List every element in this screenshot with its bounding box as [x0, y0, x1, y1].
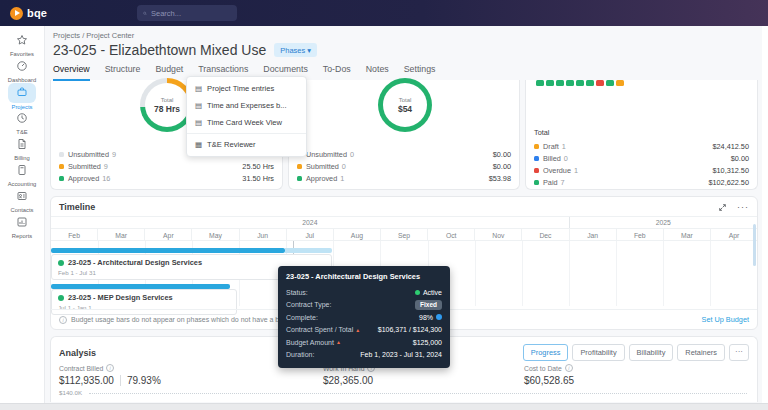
tab-notes[interactable]: Notes: [366, 64, 389, 81]
timeline-month: Jun: [239, 229, 286, 240]
legend-value: $0.00: [493, 150, 511, 159]
bqe-logo[interactable]: bqe: [10, 7, 47, 20]
timeline-month: Nov: [474, 229, 521, 240]
tab-settings[interactable]: Settings: [404, 64, 436, 81]
contract-billed-percent: 79.93%: [120, 375, 161, 386]
analysis-button-profitability[interactable]: Profitability: [572, 344, 624, 361]
contract-type-badge: Fixed: [415, 300, 442, 310]
timeline-month: May: [191, 229, 238, 240]
legend-dot: [534, 168, 539, 173]
legend-label: Approved: [68, 174, 99, 183]
analysis-button-billability[interactable]: Billability: [629, 344, 674, 361]
invoice-square[interactable]: [606, 80, 614, 86]
sidebar-item-projects[interactable]: Projects: [1, 84, 44, 109]
sidebar-item-accounting[interactable]: Accounting: [1, 162, 44, 187]
invoice-square[interactable]: [556, 80, 564, 86]
legend-label: Billed: [543, 154, 561, 163]
tooltip-duration-value: Feb 1, 2023 - Jul 31, 2024: [360, 351, 442, 358]
timeline-month-row: FebMarAprMayJunJulAugSepOctNovDecJanFebM…: [51, 228, 757, 241]
timeline-month: Jan: [569, 229, 616, 240]
legend-row: Paid7$102,622.50: [534, 176, 749, 188]
legend-count: 1: [574, 166, 578, 175]
tab-budget[interactable]: Budget: [155, 64, 183, 81]
set-up-budget-link[interactable]: Set Up Budget: [702, 315, 749, 324]
analysis-more-button[interactable]: ···: [729, 344, 749, 361]
phases-dropdown-button[interactable]: Phases ▾: [274, 43, 317, 57]
sidebar-item-billing[interactable]: Billing: [1, 136, 44, 161]
timeline-gridline: [616, 241, 617, 306]
timeline-month: Jul: [286, 229, 333, 240]
menu-item-time-and-expenses-b-[interactable]: ▤Time and Expenses b...: [187, 97, 306, 114]
complete-pie-icon: [436, 314, 442, 320]
metric-cost-to-date: Cost to Date i $60,528.65: [524, 364, 574, 386]
tooltip-status-value: Active: [423, 289, 442, 296]
info-icon: i: [565, 364, 573, 372]
sidebar-item-contacts[interactable]: Contacts: [1, 188, 44, 213]
legend-row: Approved1631.50 Hrs: [59, 172, 274, 184]
invoice-square[interactable]: [586, 80, 594, 86]
timeline-scrollbar[interactable]: [753, 224, 756, 266]
menu-item-icon: ▤: [195, 101, 202, 110]
legend-label: Unsubmitted: [306, 150, 347, 159]
invoice-total-label: Total: [534, 128, 549, 137]
breadcrumb[interactable]: Projects / Project Center: [53, 31, 134, 40]
timeline-more-icon[interactable]: ···: [737, 202, 749, 212]
timeline-month: Apr: [144, 229, 191, 240]
legend-dot: [59, 176, 64, 181]
sidebar-nav: Favorites Dashboard Projects T&E Billing…: [0, 26, 45, 403]
menu-item-t-e-reviewer[interactable]: ▦T&E Reviewer: [187, 136, 306, 153]
legend-dot: [534, 144, 539, 149]
timeline-gridline: [475, 241, 476, 306]
timeline-month: Feb: [51, 229, 97, 240]
dashboard-gauge-icon: [16, 58, 28, 76]
legend-row: Submitted925.50 Hrs: [59, 160, 274, 172]
invoice-legend: Draft1$24,412.50Billed0$0.00Overdue1$10,…: [534, 140, 749, 188]
legend-value: $0.00: [731, 154, 749, 163]
invoice-square[interactable]: [596, 80, 604, 86]
legend-row: Draft1$24,412.50: [534, 140, 749, 152]
menu-item-project-time-entries[interactable]: ▤Project Time entries: [187, 80, 306, 97]
timeline-month: Mar: [663, 229, 710, 240]
sidebar-item-tne[interactable]: T&E: [1, 110, 44, 135]
legend-row: Billed0$0.00: [534, 152, 749, 164]
tab-structure[interactable]: Structure: [105, 64, 141, 81]
legend-value: $24,412.50: [712, 142, 749, 151]
expand-icon[interactable]: [718, 203, 727, 212]
sidebar-item-favorites[interactable]: Favorites: [1, 32, 44, 57]
sidebar-item-dashboard[interactable]: Dashboard: [1, 58, 44, 83]
tab-overview[interactable]: Overview: [53, 64, 90, 81]
window-bottom-strip: [0, 403, 768, 410]
invoice-square[interactable]: [576, 80, 584, 86]
legend-dot: [297, 176, 302, 181]
invoice-square[interactable]: [566, 80, 574, 86]
legend-row: Overdue1$10,312.50: [534, 164, 749, 176]
top-bar: bqe: [0, 0, 768, 26]
menu-item-label: Time and Expenses b...: [207, 101, 287, 110]
timeline-gridline: [710, 241, 711, 306]
analysis-button-retainers[interactable]: Retainers: [677, 344, 725, 361]
analysis-button-progress[interactable]: Progress: [523, 344, 569, 361]
legend-label: Approved: [306, 174, 337, 183]
search-input[interactable]: [151, 9, 231, 18]
timeline-gridline: [663, 241, 664, 306]
time-total-value: 78 Hrs: [154, 104, 180, 114]
legend-row: Submitted0$0.00: [297, 160, 511, 172]
invoice-square[interactable]: [616, 80, 624, 86]
legend-label: Paid: [543, 178, 558, 187]
invoice-square[interactable]: [536, 80, 544, 86]
phase-bar-architectural[interactable]: [51, 248, 332, 253]
budget-note: i Budget usage bars do not appear on pha…: [59, 316, 299, 324]
menu-item-icon: ▤: [195, 118, 202, 127]
global-search[interactable]: [137, 5, 237, 21]
tab-to-dos[interactable]: To-Dos: [323, 64, 351, 81]
active-status-dot: [415, 290, 420, 295]
analysis-view-buttons: ProgressProfitabilityBillabilityRetainer…: [523, 344, 749, 361]
legend-value: 25.50 Hrs: [242, 162, 274, 171]
legend-dot: [59, 164, 64, 169]
tooltip-spent-value: $106,371 / $124,300: [378, 326, 442, 333]
sidebar-item-reports[interactable]: Reports: [1, 214, 44, 239]
legend-row: Approved1$53.98: [297, 172, 511, 184]
menu-divider: [187, 133, 306, 134]
invoice-square[interactable]: [546, 80, 554, 86]
menu-item-time-card-week-view[interactable]: ▤Time Card Week View: [187, 114, 306, 131]
